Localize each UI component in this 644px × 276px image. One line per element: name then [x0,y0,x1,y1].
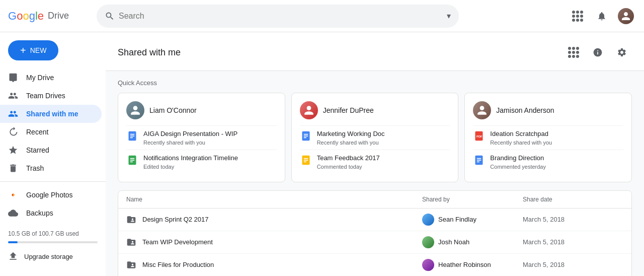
notifications-button[interactable] [592,6,612,26]
header-actions [568,6,636,26]
new-button[interactable]: + NEW [8,40,58,60]
share-date-0: March 5, 2018 [523,216,623,223]
sidebar-item-backups[interactable]: Backups [0,204,102,222]
svg-rect-9 [130,161,133,162]
svg-rect-16 [303,160,307,161]
app-header: Google Drive ▾ [0,0,644,32]
quick-card-file-0-0[interactable]: AIGA Design Presentation - WIP Recently … [126,125,277,150]
search-bar: ▾ [97,5,459,28]
quick-card-name-1: Jennifer DuPree [323,106,374,114]
sidebar-item-trash[interactable]: Trash [0,159,102,177]
sidebar-item-team-drives[interactable]: Team Drives [0,87,102,105]
folder-shared-icon [126,215,136,225]
file-info-2-0: Ideation Scratchpad Recently shared with… [490,130,623,146]
grid-view-button[interactable] [564,42,584,62]
search-dropdown-icon[interactable]: ▾ [447,11,451,21]
file-info-1-0: Marketing Working Doc Recently shared wi… [317,130,450,146]
storage-section: 10.5 GB of 100.7 GB used [0,222,106,247]
file-name-0-0: AIGA Design Presentation - WIP [143,130,277,139]
sidebar-item-label: Shared with me [26,110,78,118]
apps-button[interactable] [568,6,588,26]
drive-logo-text: Drive [48,11,69,21]
doc-icon-2 [473,154,485,166]
sidebar-item-shared-with-me[interactable]: Shared with me [0,105,102,123]
file-row-name-2: Misc Files for Production [126,260,422,270]
quick-card-file-1-0[interactable]: Marketing Working Doc Recently shared wi… [300,125,450,150]
avatar [618,8,634,24]
files-section: Name Shared by Share date Design Sprint … [106,190,644,276]
sidebar-item-recent[interactable]: Recent [0,123,102,141]
quick-card-header-0: Liam O'Connor [126,101,277,119]
svg-rect-15 [303,158,307,159]
quick-card-header-2: Jamison Anderson [473,101,623,119]
file-name-2-0: Ideation Scratchpad [490,130,623,139]
svg-rect-7 [130,158,134,159]
sidebar-item-starred[interactable]: Starred [0,141,102,159]
quick-card-file-1-1[interactable]: Team Feedback 2017 Commented today [300,150,450,174]
quick-card-header-1: Jennifer DuPree [300,101,450,119]
folder-shared-icon [126,237,136,247]
files-table-header: Name Shared by Share date [118,191,631,209]
storage-bar [8,241,98,243]
sidebar-item-my-drive[interactable]: My Drive [0,68,102,87]
pdf-icon: PDF [473,130,485,142]
sidebar-item-label: Google Photos [26,191,73,199]
file-name-row-1: Team WIP Development [142,238,213,246]
sharer-name-2: Heather Robinson [438,261,491,268]
share-date-2: March 5, 2018 [523,261,623,268]
file-row-name-1: Team WIP Development [126,237,422,247]
quick-card-file-2-0[interactable]: PDF Ideation Scratchpad Recently shared … [473,125,623,150]
doc-icon [126,130,138,142]
svg-rect-11 [303,134,307,135]
my-drive-icon [8,73,18,83]
doc-icon-1 [300,130,312,142]
quick-card-file-0-1[interactable]: Notifications Integration Timeline Edite… [126,150,277,174]
quick-access-title: Quick Access [118,79,632,87]
logo: Google Drive [8,10,89,23]
gear-icon [617,47,627,57]
quick-card-file-2-1[interactable]: Branding Direction Commented yesterday [473,150,623,174]
sharer-name-1: Josh Noah [438,238,469,246]
team-drives-icon [8,91,18,101]
quick-card-1[interactable]: Jennifer DuPree Marketing Working Doc Re… [291,93,459,182]
svg-rect-8 [130,160,134,161]
sidebar-item-google-photos[interactable]: Google Photos [0,186,102,204]
sidebar-item-label: My Drive [26,74,54,82]
file-meta-2-0: Recently shared with you [490,140,623,146]
info-icon [593,47,603,57]
col-share-date: Share date [523,196,623,203]
main-layout: + NEW My Drive Team Drives Shared with m… [0,32,644,276]
file-info-2-1: Branding Direction Commented yesterday [490,154,623,170]
quick-card-avatar-0 [126,101,144,119]
account-button[interactable] [616,6,636,26]
upgrade-storage-button[interactable]: Upgrade storage [0,247,106,265]
svg-rect-21 [477,158,481,159]
slides-icon [300,154,312,166]
content-header-actions [564,42,632,62]
grid-view-icon [568,47,579,58]
table-row[interactable]: Misc Files for Production Heather Robins… [118,254,631,276]
table-row[interactable]: Team WIP Development Josh Noah March 5, … [118,231,631,254]
file-name-1-1: Team Feedback 2017 [317,154,450,163]
table-row[interactable]: Design Sprint Q2 2017 Sean Findlay March… [118,209,631,231]
bell-icon [597,11,607,21]
sharer-avatar-2 [422,259,434,271]
quick-card-name-0: Liam O'Connor [149,106,197,114]
backups-icon [8,208,18,218]
sheets-icon [126,154,138,166]
quick-card-2[interactable]: Jamison Anderson PDF Ideation Scratchpad… [464,93,632,182]
storage-text: 10.5 GB of 100.7 GB used [8,230,98,237]
file-name-row-0: Design Sprint Q2 2017 [142,216,209,223]
info-button[interactable] [588,42,608,62]
search-input[interactable] [119,12,443,21]
quick-card-0[interactable]: Liam O'Connor AIGA Design Presentation -… [118,93,285,182]
settings-button[interactable] [612,42,632,62]
col-shared-by: Shared by [422,196,523,203]
file-row-name-0: Design Sprint Q2 2017 [126,215,422,225]
file-meta-0-0: Recently shared with you [143,140,277,146]
content-area: Shared with me Quick Access [106,32,644,276]
google-logo-text: Google [8,10,44,23]
quick-access-section: Quick Access Liam O'Connor [106,71,644,190]
content-header: Shared with me [106,32,644,71]
svg-rect-3 [130,134,134,135]
